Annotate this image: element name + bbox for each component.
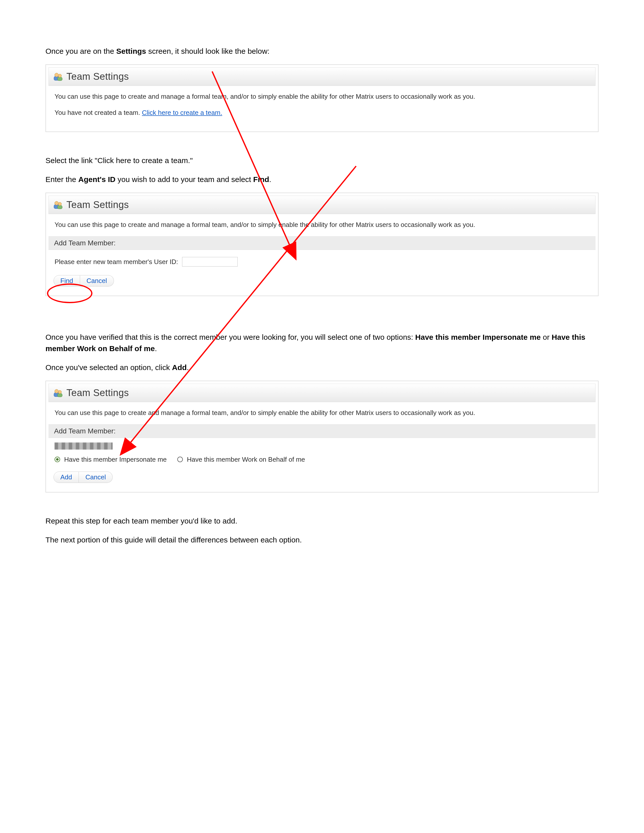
step3-l1-mid: or [541, 333, 552, 341]
radio-work-on-behalf[interactable] [177, 457, 183, 462]
step2-l2-b: you wish to add to your team and select [116, 175, 253, 183]
found-member-row [48, 438, 596, 451]
panel1-header: Team Settings [48, 68, 596, 86]
find-button[interactable]: Find [53, 275, 80, 286]
team-settings-panel-1: Team Settings You can use this page to c… [45, 64, 599, 132]
user-id-label: Please enter new team member's User ID: [55, 258, 178, 266]
team-settings-panel-3: Team Settings You can use this page to c… [45, 381, 599, 492]
panel2-body: You can use this page to create and mana… [48, 214, 596, 230]
step3-line1: Once you have verified that this is the … [45, 331, 599, 354]
panel1-no-team-text: You have not created a team. [55, 109, 142, 116]
panel3-block: Team Settings You can use this page to c… [45, 381, 599, 492]
step2-l2-a: Enter the [45, 175, 78, 183]
member-name-redacted [55, 442, 113, 450]
step2-line1: Select the link "Click here to create a … [45, 155, 599, 166]
closing-line2: The next portion of this guide will deta… [45, 534, 599, 545]
user-id-row: Please enter new team member's User ID: [48, 250, 596, 269]
step3-l1-end: . [155, 344, 157, 353]
team-icon [54, 72, 63, 81]
intro-bold: Settings [116, 47, 146, 55]
panel3-description: You can use this page to create and mana… [55, 408, 589, 418]
permission-radio-row: Have this member Impersonate me Have thi… [48, 451, 596, 465]
panel3-header: Team Settings [48, 384, 596, 402]
cancel-button[interactable]: Cancel [80, 275, 114, 286]
step3-l2-b: . [187, 363, 188, 371]
intro-prefix: Once you are on the [45, 47, 116, 55]
add-button[interactable]: Add [53, 471, 79, 483]
team-icon [54, 201, 63, 209]
create-team-link[interactable]: Click here to create a team. [142, 109, 222, 116]
panel2-title: Team Settings [66, 199, 129, 210]
intro-text: Once you are on the Settings screen, it … [45, 45, 599, 57]
step3-l1-a: Once you have verified that this is the … [45, 333, 415, 341]
cancel-button-2[interactable]: Cancel [79, 471, 113, 483]
panel3-button-row: Add Cancel [48, 465, 596, 489]
intro-suffix: screen, it should look like the below: [146, 47, 270, 55]
step3-line2: Once you've selected an option, click Ad… [45, 362, 599, 373]
panel1-body: You can use this page to create and mana… [48, 86, 596, 129]
user-id-input[interactable] [182, 257, 238, 267]
panel2-description: You can use this page to create and mana… [55, 220, 589, 230]
panel1-block: Team Settings You can use this page to c… [45, 64, 599, 132]
team-settings-panel-2: Team Settings You can use this page to c… [45, 193, 599, 296]
step2-l2-bold2: Find [253, 175, 269, 183]
panel3-body: You can use this page to create and mana… [48, 402, 596, 418]
step3-l1-b1: Have this member Impersonate me [415, 333, 541, 341]
step3-l2-bold: Add [172, 363, 187, 371]
closing-line1: Repeat this step for each team member yo… [45, 515, 599, 527]
step2-line2: Enter the Agent's ID you wish to add to … [45, 174, 599, 185]
panel1-description: You can use this page to create and mana… [55, 92, 589, 101]
radio-impersonate[interactable] [55, 457, 60, 462]
step3-l2-a: Once you've selected an option, click [45, 363, 172, 371]
panel2-button-row: Find Cancel [48, 269, 596, 293]
panel2-subheader: Add Team Member: [48, 236, 596, 250]
panel2-header: Team Settings [48, 196, 596, 214]
step2-l2-c: . [269, 175, 271, 183]
step2-l2-bold1: Agent's ID [78, 175, 116, 183]
panel1-no-team: You have not created a team. Click here … [55, 108, 589, 117]
panel2-block: Team Settings You can use this page to c… [45, 193, 599, 296]
radio-impersonate-label: Have this member Impersonate me [64, 456, 167, 463]
team-icon [54, 389, 63, 397]
panel3-title: Team Settings [66, 388, 129, 398]
panel1-title: Team Settings [66, 71, 129, 82]
panel3-subheader: Add Team Member: [48, 425, 596, 438]
radio-work-on-behalf-label: Have this member Work on Behalf of me [187, 456, 305, 463]
